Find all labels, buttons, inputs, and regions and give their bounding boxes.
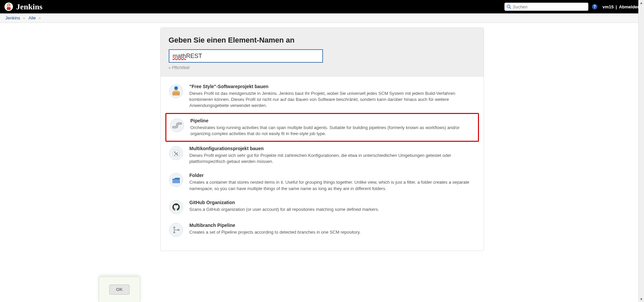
name-value-rest: REST <box>186 53 202 60</box>
ok-button[interactable]: OK <box>109 285 129 295</box>
svg-point-5 <box>507 5 510 8</box>
help-icon[interactable]: ? <box>592 4 598 10</box>
header-user-links: vm15 | Abmelden <box>602 4 640 9</box>
svg-point-19 <box>176 154 178 155</box>
item-desc: Dieses Profil ist das meistgenutzte in J… <box>190 90 476 109</box>
item-title: Pipeline <box>191 118 475 123</box>
jenkins-logo[interactable]: Jenkins <box>4 2 43 11</box>
pipeline-icon <box>170 118 184 133</box>
item-title: Multikonfigurationsprojekt bauen <box>190 146 476 151</box>
item-title: "Free Style"-Softwareprojekt bauen <box>190 84 476 89</box>
item-desc: Creates a set of Pipeline projects accor… <box>190 229 476 235</box>
multibranch-icon <box>169 223 183 237</box>
item-desc: Dieses Profil eignet sich sehr gut für P… <box>190 153 476 165</box>
item-types-list: "Free Style"-Softwareprojekt bauen Diese… <box>161 76 484 251</box>
github-icon <box>169 200 183 215</box>
chevron-right-icon: ▸ <box>39 16 41 20</box>
item-type-freestyle[interactable]: "Free Style"-Softwareprojekt bauen Diese… <box>165 80 479 113</box>
search-box[interactable] <box>504 3 588 11</box>
name-section: Geben Sie einen Element-Namen an math RE… <box>161 28 484 76</box>
search-icon <box>506 4 511 9</box>
item-type-pipeline[interactable]: Pipeline Orchestrates long-running activ… <box>165 113 479 142</box>
submit-panel: OK <box>99 277 140 302</box>
svg-point-18 <box>174 151 175 153</box>
header-separator: | <box>616 4 617 9</box>
breadcrumb-item-alle[interactable]: Alle <box>29 15 36 20</box>
item-type-multibranch[interactable]: Multibranch Pipeline Creates a set of Pi… <box>165 219 479 241</box>
header-bar: Jenkins ? vm15 | Abmelden <box>0 0 644 13</box>
svg-rect-10 <box>172 92 180 96</box>
svg-point-21 <box>169 200 182 214</box>
item-type-github-org[interactable]: GitHub Organization Scans a GitHub organ… <box>165 196 479 219</box>
jenkins-logo-icon <box>4 2 13 11</box>
item-desc: Creates a container that stores nested i… <box>190 179 476 191</box>
scroll-up-arrow-icon[interactable]: ▲ <box>639 0 644 6</box>
main-content: Geben Sie einen Element-Namen an math RE… <box>0 23 644 251</box>
required-hint: » Pflichtfeld <box>169 65 476 70</box>
svg-rect-2 <box>7 7 10 10</box>
item-title: Multibranch Pipeline <box>190 223 476 228</box>
svg-point-23 <box>173 227 175 229</box>
scroll-down-arrow-icon[interactable]: ▼ <box>639 296 644 302</box>
heading: Geben Sie einen Element-Namen an <box>169 36 476 45</box>
breadcrumb: Jenkins ▸ Alle ▸ <box>0 13 644 23</box>
chevron-right-icon: ▸ <box>23 16 25 20</box>
item-desc: Scans a GitHub organization (or user acc… <box>190 206 476 213</box>
scrollbar[interactable]: ▲ ▼ <box>638 0 644 302</box>
svg-point-4 <box>9 5 10 6</box>
item-desc: Orchestrates long-running activities tha… <box>191 125 475 137</box>
username-link[interactable]: vm15 <box>602 4 613 9</box>
item-name-input[interactable]: math REST <box>169 49 323 63</box>
svg-text:?: ? <box>594 4 596 9</box>
multiconfig-icon <box>169 146 183 161</box>
svg-line-6 <box>510 8 511 9</box>
svg-rect-15 <box>173 150 179 156</box>
app-name: Jenkins <box>16 2 43 11</box>
svg-point-3 <box>7 5 8 6</box>
breadcrumb-item-jenkins[interactable]: Jenkins <box>5 15 20 20</box>
freestyle-icon <box>169 84 183 99</box>
item-title: Folder <box>190 173 476 178</box>
svg-point-24 <box>173 231 175 233</box>
svg-point-12 <box>174 86 178 90</box>
new-item-card: Geben Sie einen Element-Namen an math RE… <box>160 27 484 251</box>
name-value-misspelled: math <box>173 53 186 60</box>
item-title: GitHub Organization <box>190 200 476 205</box>
item-type-multiconfig[interactable]: Multikonfigurationsprojekt bauen Dieses … <box>165 142 479 169</box>
folder-icon <box>169 173 183 187</box>
logout-link[interactable]: Abmelden <box>619 4 640 9</box>
item-type-folder[interactable]: Folder Creates a container that stores n… <box>165 169 479 195</box>
search-input[interactable] <box>513 4 586 9</box>
